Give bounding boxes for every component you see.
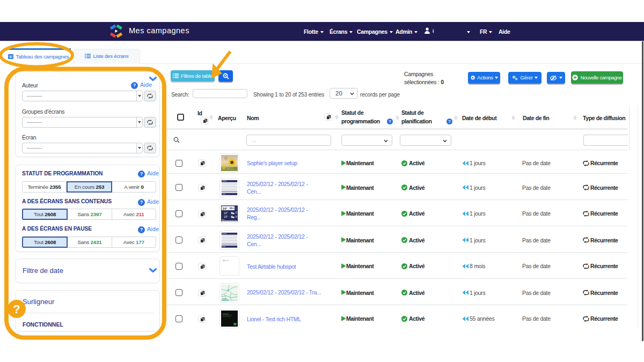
svg-text:12°: 12° — [224, 211, 228, 215]
svg-text:13°: 13° — [224, 215, 228, 218]
svg-text:14°: 14° — [223, 206, 228, 210]
